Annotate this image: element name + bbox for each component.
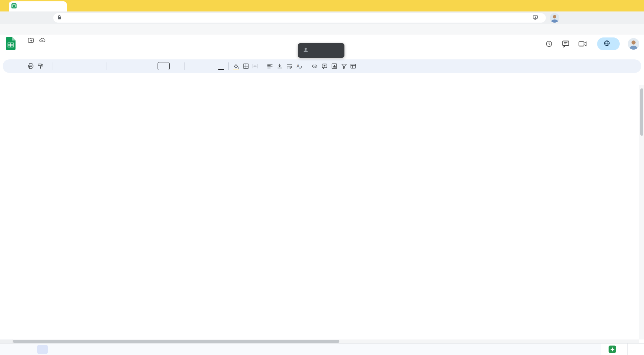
increase-decimal-icon[interactable] — [85, 61, 94, 71]
insert-comment-icon[interactable] — [319, 61, 329, 71]
horizontal-align-icon[interactable] — [265, 61, 275, 71]
print-icon[interactable] — [26, 61, 35, 71]
lock-icon — [57, 15, 62, 22]
functions-icon[interactable] — [359, 61, 368, 71]
vertical-scrollbar[interactable] — [639, 85, 644, 339]
undo-icon[interactable] — [6, 61, 16, 71]
format-currency-icon[interactable] — [55, 61, 65, 71]
decrease-decimal-icon[interactable] — [75, 61, 85, 71]
formula-input[interactable] — [38, 75, 644, 85]
share-lock-icon — [604, 40, 610, 48]
send-to-devices-icon[interactable] — [532, 14, 538, 22]
browser-tab-bar — [0, 0, 644, 11]
sheet-grid — [0, 85, 639, 339]
meet-camera-icon[interactable] — [578, 40, 587, 48]
bookmarks-bar — [0, 24, 644, 34]
create-filter-icon[interactable] — [339, 61, 349, 71]
sheets-logo-icon[interactable] — [6, 37, 16, 51]
collapse-panel-icon[interactable] — [628, 344, 644, 355]
account-avatar[interactable] — [628, 38, 639, 50]
cloud-status-icon[interactable] — [39, 37, 46, 45]
vertical-align-icon[interactable] — [275, 61, 285, 71]
move-to-folder-icon[interactable] — [28, 37, 34, 45]
browser-navbar — [0, 11, 644, 24]
version-history-icon[interactable] — [544, 40, 553, 48]
share-button[interactable] — [597, 37, 620, 50]
filter-views-icon[interactable] — [349, 61, 359, 71]
text-wrap-icon[interactable] — [285, 61, 295, 71]
explore-icon — [609, 346, 616, 353]
window-controls — [581, 0, 641, 11]
insert-chart-icon[interactable] — [329, 61, 339, 71]
svg-text:A: A — [297, 64, 300, 69]
horizontal-scrollbar-thumb[interactable] — [13, 340, 339, 343]
sheets-favicon-icon — [11, 3, 17, 10]
browser-window: A — [0, 0, 644, 355]
increase-font-size-icon[interactable] — [172, 61, 182, 71]
fill-color-icon[interactable] — [231, 61, 241, 71]
text-color-icon[interactable] — [216, 61, 226, 71]
font-size-input[interactable] — [158, 62, 170, 70]
vertical-scrollbar-thumb[interactable] — [640, 88, 643, 136]
person-icon — [303, 47, 309, 54]
sheet-footer — [0, 343, 644, 355]
address-bar[interactable] — [53, 13, 546, 23]
link-copied-toast — [298, 43, 344, 58]
bold-icon[interactable] — [187, 61, 197, 71]
toolbar: A — [3, 59, 641, 73]
italic-icon[interactable] — [197, 61, 206, 71]
browser-tab[interactable] — [9, 1, 67, 11]
horizontal-scrollbar[interactable] — [0, 339, 639, 343]
redo-icon[interactable] — [16, 61, 26, 71]
toolbar-row: A — [0, 58, 644, 75]
strikethrough-icon[interactable] — [206, 61, 216, 71]
decrease-font-size-icon[interactable] — [145, 61, 155, 71]
more-formats-icon[interactable] — [94, 61, 104, 71]
profile-avatar[interactable] — [550, 13, 559, 23]
explore-button[interactable] — [601, 344, 627, 355]
formula-bar — [0, 75, 644, 85]
sheet-tab-sheet1[interactable] — [37, 345, 48, 354]
format-percent-icon[interactable] — [65, 61, 75, 71]
borders-icon[interactable] — [241, 61, 251, 71]
paint-format-icon[interactable] — [35, 61, 45, 71]
merge-cells-icon[interactable] — [251, 61, 260, 71]
text-rotation-icon[interactable]: A — [295, 61, 305, 71]
insert-link-icon[interactable] — [310, 61, 319, 71]
comments-icon[interactable] — [561, 40, 570, 48]
